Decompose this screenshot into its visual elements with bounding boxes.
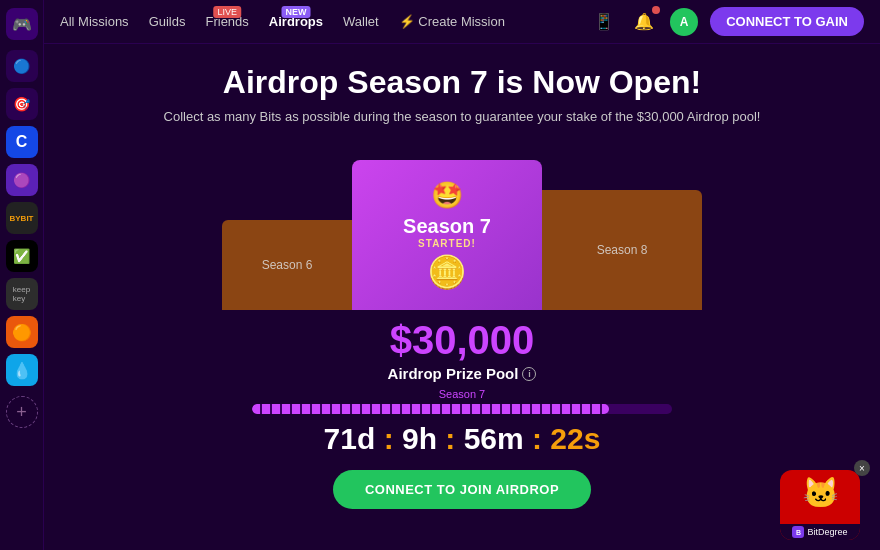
season7-bar: 🤩 Season 7 STARTED! 🪙: [352, 160, 542, 310]
friends-badge: LIVE: [213, 6, 241, 18]
countdown-timer: 71d : 9h : 56m : 22s: [324, 422, 601, 456]
prize-label: Airdrop Prize Pool i: [388, 365, 537, 382]
season-chart: Season 6 🤩 Season 7 STARTED! 🪙 Season 8: [162, 140, 762, 310]
mascot-body: 🐱 B BitDegree: [780, 470, 860, 540]
connect-join-airdrop-button[interactable]: CONNECT TO JOIN AIRDROP: [333, 470, 591, 509]
mascot-close-button[interactable]: ×: [854, 460, 870, 476]
nav-all-missions[interactable]: All Missions: [60, 14, 129, 29]
countdown-hours: 9h: [402, 422, 437, 455]
countdown-sep2: :: [445, 422, 463, 455]
page-headline: Airdrop Season 7 is Now Open!: [223, 64, 701, 101]
season7-started-label: STARTED!: [418, 238, 476, 249]
sidebar-logo[interactable]: 🎮: [6, 8, 38, 40]
nav-right: 📱 🔔 A CONNECT TO GAIN: [590, 7, 864, 36]
bitdegree-logo-small: B: [792, 526, 804, 538]
nav-guilds[interactable]: Guilds: [149, 14, 186, 29]
nav-airdrops[interactable]: NEW Airdrops: [269, 14, 323, 29]
sidebar-icon-coinbase[interactable]: C: [6, 126, 38, 158]
prize-amount: $30,000: [390, 318, 535, 363]
bitdegree-label: BitDegree: [807, 527, 847, 537]
mascot-footer: B BitDegree: [780, 524, 860, 540]
top-nav: All Missions Guilds LIVE Friends NEW Air…: [44, 0, 880, 44]
progress-section: Season 7: [252, 388, 672, 414]
countdown-seconds: 22s: [550, 422, 600, 455]
coin-emoji: 🪙: [427, 253, 467, 291]
sidebar: 🎮 🔵 🎯 C 🟣 BYBIT ✅ keepkey 🟠 💧 +: [0, 0, 44, 550]
mobile-icon[interactable]: 📱: [590, 8, 618, 36]
progress-bar-background: [252, 404, 672, 414]
nav-friends[interactable]: LIVE Friends: [205, 14, 248, 29]
sidebar-icon-6[interactable]: ✅: [6, 240, 38, 272]
notification-bell[interactable]: 🔔: [630, 8, 658, 36]
prize-info-icon[interactable]: i: [522, 367, 536, 381]
airdrops-badge: NEW: [281, 6, 310, 18]
sidebar-add-button[interactable]: +: [6, 396, 38, 428]
page-subline: Collect as many Bits as possible during …: [164, 109, 761, 124]
content-area: Airdrop Season 7 is Now Open! Collect as…: [44, 44, 880, 550]
season7-emoji: 🤩: [431, 180, 463, 211]
season7-center-block: 🤩 Season 7 STARTED! 🪙: [352, 160, 542, 310]
sidebar-icon-bybit[interactable]: BYBIT: [6, 202, 38, 234]
connect-to-gain-button[interactable]: CONNECT TO GAIN: [710, 7, 864, 36]
user-avatar[interactable]: A: [670, 8, 698, 36]
season6-bar-left: Season 6: [222, 220, 352, 310]
mascot-face: 🐱: [802, 475, 839, 510]
sidebar-icon-1[interactable]: 🔵: [6, 50, 38, 82]
season6-left-block: Season 6: [222, 220, 352, 310]
main-area: All Missions Guilds LIVE Friends NEW Air…: [44, 0, 880, 550]
progress-label: Season 7: [252, 388, 672, 400]
season7-title: Season 7: [403, 215, 491, 238]
progress-bar-fill: [252, 404, 609, 414]
mascot-widget: × 🐱 B BitDegree: [780, 460, 870, 540]
sidebar-icon-9[interactable]: 💧: [6, 354, 38, 386]
season6-left-label: Season 6: [262, 258, 313, 272]
nav-wallet[interactable]: Wallet: [343, 14, 379, 29]
sidebar-icon-8[interactable]: 🟠: [6, 316, 38, 348]
nav-create-mission[interactable]: ⚡ Create Mission: [399, 14, 505, 29]
season8-bar: Season 8: [542, 190, 702, 310]
countdown-minutes: 56m: [464, 422, 524, 455]
countdown-sep3: :: [532, 422, 550, 455]
season8-label: Season 8: [597, 243, 648, 257]
countdown-sep1: :: [384, 422, 402, 455]
sidebar-icon-keepkey[interactable]: keepkey: [6, 278, 38, 310]
season8-right-block: Season 8: [542, 190, 702, 310]
countdown-days: 71d: [324, 422, 376, 455]
sidebar-icon-2[interactable]: 🎯: [6, 88, 38, 120]
sidebar-icon-4[interactable]: 🟣: [6, 164, 38, 196]
